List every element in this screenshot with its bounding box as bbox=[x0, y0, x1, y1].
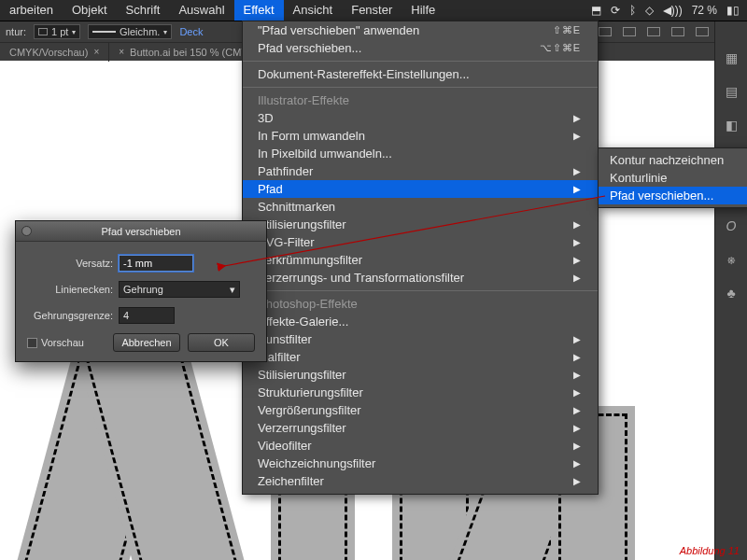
menu-stilisierungsfilter[interactable]: Stilisierungsfilter▶ bbox=[243, 216, 598, 233]
ok-button[interactable]: OK bbox=[188, 333, 255, 352]
menu-doc-raster[interactable]: Dokument-Rastereffekt-Einstellungen... bbox=[243, 65, 598, 83]
menu-vergroesserungsfilter[interactable]: Vergrößerungsfilter▶ bbox=[243, 401, 598, 419]
menu-schnittmarken[interactable]: Schnittmarken bbox=[243, 198, 598, 216]
stroke-weight-select[interactable]: 1 pt ▾ bbox=[34, 24, 80, 39]
submenu-konturlinie[interactable]: Konturlinie bbox=[599, 169, 747, 187]
menu-schrift[interactable]: Schrift bbox=[117, 0, 170, 21]
gehrungsgrenze-input[interactable] bbox=[119, 307, 175, 324]
panel-icon[interactable]: ▦ bbox=[723, 49, 740, 66]
vorschau-checkbox[interactable]: Vorschau bbox=[27, 337, 106, 348]
linienecken-label: Linienecken: bbox=[27, 284, 119, 295]
menu-kunstfilter[interactable]: Kunstfilter▶ bbox=[243, 330, 598, 348]
submenu-pfad-verschieben[interactable]: Pfad verschieben... bbox=[599, 187, 747, 204]
dockbar-top bbox=[593, 21, 714, 42]
traffic-light-icon[interactable] bbox=[21, 226, 32, 236]
cancel-button[interactable]: Abbrechen bbox=[113, 333, 180, 352]
close-icon[interactable]: × bbox=[93, 43, 99, 62]
vorschau-label: Vorschau bbox=[41, 337, 84, 348]
menu-zeichenfilter[interactable]: Zeichenfilter▶ bbox=[243, 472, 598, 490]
menu-pathfinder[interactable]: Pathfinder▶ bbox=[243, 162, 598, 180]
bluetooth-icon: ᛒ bbox=[629, 4, 636, 17]
menu-ps-stilisierungsfilter[interactable]: Stilisierungsfilter▶ bbox=[243, 366, 598, 384]
menu-ps-verzerrungsfilter[interactable]: Verzerrungsfilter▶ bbox=[243, 419, 598, 437]
battery-percent: 72 % bbox=[692, 4, 717, 17]
sync-icon: ⟳ bbox=[611, 4, 620, 17]
checkbox-icon bbox=[27, 338, 37, 348]
menu-header-photoshop: Photoshop-Effekte bbox=[243, 295, 598, 313]
menu-ansicht[interactable]: Ansicht bbox=[284, 0, 343, 21]
versatz-label: Versatz: bbox=[27, 258, 119, 269]
pfad-submenu: Kontur nachzeichnen Konturlinie Pfad ver… bbox=[598, 147, 747, 208]
panel-icon[interactable]: ◧ bbox=[723, 117, 740, 133]
wifi-icon: ◇ bbox=[645, 4, 654, 17]
menu-weichzeichnungsfilter[interactable]: Weichzeichnungsfilter▶ bbox=[243, 455, 598, 472]
volume-icon: ◀))) bbox=[663, 4, 683, 17]
panel-icon[interactable]: ⎈ bbox=[723, 251, 740, 268]
menubar-status: ⬒ ⟳ ᛒ ◇ ◀))) 72 % ▮▯ bbox=[591, 4, 747, 17]
gehrungsgrenze-label: Gehrungsgrenze: bbox=[27, 310, 119, 321]
menu-effekte-galerie[interactable]: Effekte-Galerie... bbox=[243, 313, 598, 330]
menu-fenster[interactable]: Fenster bbox=[342, 0, 402, 21]
submenu-kontur-nachzeichnen[interactable]: Kontur nachzeichnen bbox=[599, 151, 747, 169]
battery-icon: ▮▯ bbox=[726, 4, 740, 17]
menu-apply-last[interactable]: "Pfad verschieben" anwenden⇧⌘E bbox=[243, 21, 598, 39]
menu-malfilter[interactable]: Malfilter▶ bbox=[243, 348, 598, 366]
menu-verzerrungs-transformation[interactable]: Verzerrungs- und Transformationsfilter▶ bbox=[243, 269, 598, 287]
figure-caption: Abbildung 11 bbox=[680, 545, 740, 556]
dialog-title: Pfad verschieben bbox=[102, 226, 181, 237]
pfad-verschieben-dialog: Pfad verschieben Versatz: Linienecken: G… bbox=[15, 220, 267, 362]
close-icon[interactable]: × bbox=[119, 43, 124, 62]
panel-icon[interactable]: ♣ bbox=[723, 285, 740, 301]
menu-pfad[interactable]: Pfad▶ bbox=[243, 180, 598, 198]
panel-dock: ▦ ▤ ◧ A ¶ O ⎈ ♣ bbox=[714, 21, 747, 560]
macos-menubar: arbeiten Objekt Schrift Auswahl Effekt A… bbox=[0, 0, 747, 21]
linienecken-select[interactable]: Gehrung▾ bbox=[119, 281, 240, 298]
menu-objekt[interactable]: Objekt bbox=[63, 0, 117, 21]
versatz-input[interactable] bbox=[119, 255, 193, 272]
panel-icon[interactable]: ▤ bbox=[723, 83, 740, 100]
layout-icon[interactable] bbox=[647, 27, 660, 36]
menu-in-pixelbild[interactable]: In Pixelbild umwandeln... bbox=[243, 145, 598, 162]
panel-icon[interactable]: O bbox=[723, 217, 740, 234]
menubar-left: arbeiten Objekt Schrift Auswahl Effekt A… bbox=[0, 0, 444, 21]
menu-arbeiten[interactable]: arbeiten bbox=[0, 0, 63, 21]
layout-icon[interactable] bbox=[671, 27, 684, 36]
menu-header-illustrator: Illustrator-Effekte bbox=[243, 91, 598, 109]
menu-strukturierungsfilter[interactable]: Strukturierungsfilter▶ bbox=[243, 384, 598, 401]
menu-videofilter[interactable]: Videofilter▶ bbox=[243, 437, 598, 455]
toolbar-label-deck: Deck bbox=[179, 26, 203, 37]
menu-hilfe[interactable]: Hilfe bbox=[402, 0, 444, 21]
menu-verkruemmungsfilter[interactable]: Verkrümmungsfilter▶ bbox=[243, 251, 598, 269]
menu-in-form[interactable]: In Form umwandeln▶ bbox=[243, 127, 598, 145]
dropbox-icon: ⬒ bbox=[591, 4, 601, 17]
layout-icon[interactable] bbox=[696, 27, 709, 36]
effekt-dropdown: "Pfad verschieben" anwenden⇧⌘E Pfad vers… bbox=[242, 21, 599, 495]
menu-auswahl[interactable]: Auswahl bbox=[169, 0, 233, 21]
menu-repeat-last[interactable]: Pfad verschieben...⌥⇧⌘E bbox=[243, 39, 598, 57]
chevron-down-icon: ▾ bbox=[230, 284, 235, 296]
tab-doc-1[interactable]: CMYK/Vorschau)× bbox=[0, 43, 109, 62]
layout-icon[interactable] bbox=[599, 27, 612, 36]
menu-svg-filter[interactable]: SVG-Filter▶ bbox=[243, 233, 598, 251]
dialog-titlebar[interactable]: Pfad verschieben bbox=[16, 221, 266, 242]
menu-3d[interactable]: 3D▶ bbox=[243, 109, 598, 127]
dash-select[interactable]: Gleichm. ▾ bbox=[88, 24, 172, 39]
toolbar-label-ntur: ntur: bbox=[6, 26, 26, 37]
layout-icon[interactable] bbox=[623, 27, 636, 36]
menu-effekt[interactable]: Effekt bbox=[234, 0, 284, 21]
